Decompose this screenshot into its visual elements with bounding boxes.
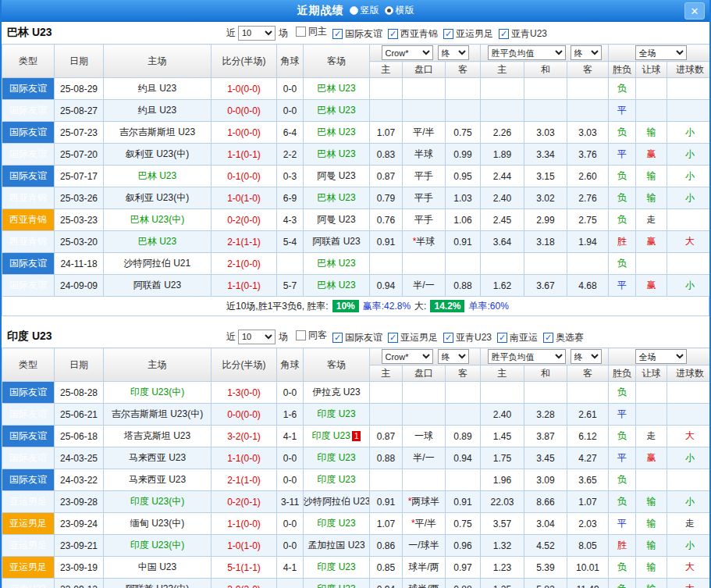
cell-odds-away <box>567 253 609 275</box>
stage-select-1[interactable]: 终 <box>438 349 469 364</box>
cell-odds-home <box>481 382 524 404</box>
cell-corner <box>277 253 304 275</box>
filter-checkbox[interactable]: ✓西亚青锦 <box>388 27 438 41</box>
cell-date: 25-08-27 <box>55 100 104 122</box>
close-button[interactable]: ✕ <box>684 2 705 20</box>
filter-checkboxes: 同主✓国际友谊✓西亚青锦✓亚运男足✓亚青U23 <box>290 25 547 41</box>
cell-goals <box>667 78 711 100</box>
checkbox-icon[interactable]: ✓ <box>332 29 343 39</box>
scope-select-group: 全场 <box>609 348 711 365</box>
matches-body: 国际友谊25-08-28印度 U23(中)1-3(0-0)0-0伊拉克 U23负… <box>2 382 711 588</box>
filter-checkbox[interactable]: ✓国际友谊 <box>332 27 382 41</box>
cell-odds-home <box>481 100 524 122</box>
layout-radio-vertical[interactable]: 竖版 <box>350 4 379 17</box>
odds-type-select[interactable]: 胜平负均值 <box>488 349 566 364</box>
checkbox-icon[interactable] <box>296 330 306 340</box>
cell-away-team: 阿联酋 U23 <box>304 231 370 253</box>
cell-date: 25-07-20 <box>55 144 104 166</box>
cell-score: 0-0(0-0) <box>212 100 277 122</box>
layout-radio-horizontal[interactable]: 横版 <box>385 4 414 17</box>
cell-odds-away: 8.05 <box>567 535 609 557</box>
filter-checkbox[interactable]: ✓奥选赛 <box>543 331 584 344</box>
col-type: 类型 <box>2 45 55 78</box>
cell-odds-draw: 8.66 <box>524 491 567 513</box>
filter-checkbox[interactable]: 同主 <box>296 25 327 38</box>
cell-corner: 6-4 <box>277 122 304 144</box>
checkbox-icon[interactable]: ✓ <box>388 29 398 39</box>
bookmaker-select[interactable]: Crow* <box>382 45 433 60</box>
radio-icon[interactable] <box>350 6 358 15</box>
cell-home-team: 叙利亚 U23(中) <box>104 144 212 166</box>
checkbox-icon[interactable]: ✓ <box>497 333 507 343</box>
cell-goals: 小 <box>667 275 711 297</box>
cell-odds-away: 6.12 <box>567 426 609 447</box>
col-home: 主场 <box>104 348 212 382</box>
checkbox-icon[interactable]: ✓ <box>332 333 343 343</box>
cell-odds-away: 1.94 <box>567 231 609 253</box>
cell-date: 25-06-21 <box>55 404 104 426</box>
cell-type: 国际友谊 <box>2 100 55 122</box>
cell-handicap-result <box>636 100 667 122</box>
cell-handicap: 半/一 <box>403 275 446 297</box>
stats-summary: 近10场,胜1平3负6, 胜率: <box>226 300 329 313</box>
cell-home-team: 约旦 U23 <box>104 78 212 100</box>
cell-odds-draw <box>524 78 567 100</box>
cell-score: 1-0(0-0) <box>212 78 277 100</box>
checkbox-icon[interactable]: ✓ <box>443 333 453 343</box>
cell-away-team: 巴林 U23 <box>304 100 370 122</box>
cell-result: 平 <box>609 404 636 426</box>
checkbox-label: 亚青U23 <box>511 27 547 41</box>
recent-count-select[interactable]: 10 <box>238 330 276 344</box>
col-home: 主场 <box>104 45 212 78</box>
stage-select-2[interactable]: 终 <box>571 45 602 60</box>
checkbox-icon[interactable]: ✓ <box>443 29 453 39</box>
recent-count-select[interactable]: 10 <box>238 26 276 41</box>
cell-odds-home: 1.62 <box>481 275 524 297</box>
cell-away-team: 孟加拉国 U23 <box>304 535 370 557</box>
scope-select[interactable]: 全场 <box>635 349 687 364</box>
scope-select[interactable]: 全场 <box>635 45 687 60</box>
matches-body: 国际友谊25-08-29约旦 U231-0(0-0)0-0巴林 U23负国际友谊… <box>2 78 711 297</box>
cell-odds-away: 4.27 <box>567 447 609 469</box>
cell-result: 负 <box>609 187 636 209</box>
stage-select-1[interactable]: 终 <box>438 45 469 60</box>
cell-date: 24-03-25 <box>55 447 104 469</box>
cell-type: 国际友谊 <box>2 275 55 297</box>
filter-checkbox[interactable]: ✓国际友谊 <box>332 331 382 344</box>
filter-checkbox[interactable]: ✓亚运男足 <box>388 331 438 344</box>
away-team-name: 印度 U23 <box>312 430 350 441</box>
cell-home-team: 缅甸 U23(中) <box>104 513 212 535</box>
radio-icon[interactable] <box>385 6 393 15</box>
stage-select-2[interactable]: 终 <box>571 349 602 364</box>
cell-result: 负 <box>609 209 636 231</box>
cell-home-team: 马来西亚 U23 <box>104 469 212 491</box>
filter-checkbox[interactable]: ✓南亚运 <box>497 331 538 344</box>
match-row: 国际友谊24-09-09阿联酋 U231-1(0-1)5-7巴林 U230.94… <box>2 275 711 297</box>
cell-type: 亚运男足 <box>2 491 55 513</box>
bookmaker-select[interactable]: Crow* <box>382 349 433 364</box>
checkbox-icon[interactable]: ✓ <box>543 333 553 343</box>
filter-checkbox[interactable]: ✓亚运男足 <box>443 27 493 41</box>
cell-odds-home: 3.57 <box>481 513 524 535</box>
checkbox-icon[interactable] <box>296 27 306 37</box>
cell-odds-away: 3.65 <box>567 469 609 491</box>
odds-type-select[interactable]: 胜平负均值 <box>488 45 566 60</box>
filter-checkbox[interactable]: ✓亚青U23 <box>499 27 547 41</box>
checkbox-icon[interactable]: ✓ <box>499 29 509 39</box>
team-section: 巴林 U23 近 10 场 同主✓国际友谊✓西亚青锦✓亚运男足✓亚青U23 类型… <box>2 22 709 316</box>
col-away: 客场 <box>304 348 370 382</box>
match-row: 国际友谊24-03-25马来西亚 U231-1(0-0)0-0印度 U230.8… <box>2 447 711 469</box>
cell-type: 西亚青锦 <box>2 187 55 209</box>
cell-handicap-result <box>636 404 667 426</box>
cell-handicap-home-odds: 0.86 <box>370 535 403 557</box>
team-title: 巴林 U23 <box>7 26 226 40</box>
cell-date: 25-06-18 <box>55 426 104 447</box>
cell-result: 平 <box>609 447 636 469</box>
checkbox-label: 奥选赛 <box>556 331 584 344</box>
cell-odds-draw: 5.82 <box>524 579 567 588</box>
cell-handicap-result: 走 <box>636 426 667 447</box>
filter-checkbox[interactable]: 同客 <box>296 329 327 342</box>
checkbox-icon[interactable]: ✓ <box>388 333 398 343</box>
cell-handicap-away-odds <box>446 469 481 491</box>
filter-checkbox[interactable]: ✓亚青U23 <box>443 331 492 344</box>
